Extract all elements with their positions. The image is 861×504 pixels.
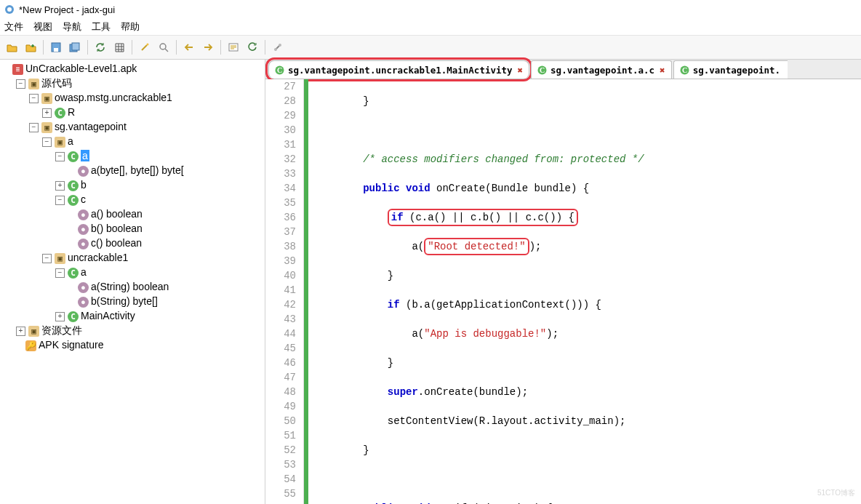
tab-a-c[interactable]: C sg.vantagepoint.a.c ✖ bbox=[531, 60, 672, 79]
code-line: if (c.a() || c.b() || c.c()) { bbox=[314, 210, 852, 225]
sync-icon[interactable] bbox=[92, 39, 109, 56]
collapse-icon[interactable]: − bbox=[55, 268, 65, 278]
class-icon: C bbox=[68, 151, 79, 162]
code-line: } bbox=[314, 94, 852, 108]
code-editor[interactable]: 2728293031323334353637383940414243444546… bbox=[265, 79, 861, 504]
class-icon: C bbox=[68, 311, 79, 322]
tree-method[interactable]: ●c() boolean bbox=[68, 236, 263, 250]
open-folder-icon[interactable] bbox=[3, 39, 20, 56]
collapse-icon[interactable]: − bbox=[29, 123, 39, 132]
close-icon[interactable]: ✖ bbox=[518, 65, 524, 76]
code-line: public void onCreate(Bundle bundle) { bbox=[314, 181, 852, 196]
tab-mainactivity[interactable]: C sg.vantagepoint.uncrackable1.MainActiv… bbox=[268, 60, 529, 79]
tree-src[interactable]: −▣源代码 −▣owasp.mstg.uncrackable1 +CR −▣sg… bbox=[16, 76, 263, 323]
close-icon[interactable]: ✖ bbox=[660, 65, 665, 76]
log-icon[interactable] bbox=[225, 39, 242, 56]
package-icon: ▣ bbox=[41, 93, 52, 104]
tree-class-a2[interactable]: −Ca ●a(String) boolean ●b(String) byte[] bbox=[55, 265, 263, 308]
collapse-icon[interactable]: − bbox=[42, 254, 52, 263]
collapse-icon[interactable]: − bbox=[29, 94, 39, 103]
separator bbox=[87, 40, 88, 55]
tree-apk-signature[interactable]: 🔑APK signature bbox=[16, 337, 263, 352]
menu-file[interactable]: 文件 bbox=[4, 20, 23, 33]
back-icon[interactable] bbox=[180, 39, 198, 56]
tree-pkg-uncrackable1[interactable]: −▣uncrackable1 −Ca ●a(String) boolean ●b… bbox=[42, 250, 263, 323]
collapse-icon[interactable]: − bbox=[55, 196, 65, 205]
menu-help[interactable]: 帮助 bbox=[121, 20, 140, 33]
collapse-icon[interactable]: − bbox=[42, 137, 52, 147]
tree-class-mainactivity[interactable]: +CMainActivity bbox=[55, 308, 263, 323]
svg-point-9 bbox=[274, 48, 277, 51]
expand-icon[interactable]: + bbox=[42, 108, 52, 118]
editor-tabs: C sg.vantagepoint.uncrackable1.MainActiv… bbox=[265, 60, 861, 79]
project-tree[interactable]: ≡UnCrackable-Level1.apk −▣源代码 −▣owasp.ms… bbox=[0, 60, 265, 504]
wand-icon[interactable] bbox=[136, 39, 153, 56]
method-icon: ● bbox=[78, 209, 89, 220]
expand-icon[interactable]: + bbox=[16, 327, 25, 336]
menu-view[interactable]: 视图 bbox=[33, 20, 52, 33]
separator bbox=[132, 40, 132, 55]
resources-icon: ▣ bbox=[28, 326, 39, 337]
tree-class-c[interactable]: −Cc ●a() boolean ●b() boolean ●c() boole… bbox=[55, 192, 263, 250]
tree-pkg-owasp[interactable]: −▣owasp.mstg.uncrackable1 +CR bbox=[29, 90, 263, 119]
tree-method[interactable]: ●a(byte[], byte[]) byte[ bbox=[68, 163, 263, 177]
settings-icon[interactable] bbox=[269, 39, 287, 56]
key-icon: 🔑 bbox=[25, 340, 36, 351]
svg-text:C: C bbox=[540, 66, 545, 74]
svg-rect-5 bbox=[72, 43, 79, 50]
code-line bbox=[314, 123, 852, 137]
tree-class-a[interactable]: −Ca ●a(byte[], byte[]) byte[ bbox=[55, 148, 263, 177]
code-line bbox=[314, 472, 852, 487]
tree-class-b[interactable]: +Cb bbox=[55, 177, 263, 192]
code-line: /* access modifiers changed from: protec… bbox=[314, 152, 852, 167]
window-title: *New Project - jadx-gui bbox=[19, 4, 115, 15]
separator bbox=[43, 40, 44, 55]
tree-root[interactable]: ≡UnCrackable-Level1.apk −▣源代码 −▣owasp.ms… bbox=[3, 61, 263, 352]
add-folder-icon[interactable] bbox=[22, 39, 39, 56]
forward-icon[interactable] bbox=[199, 39, 217, 56]
watermark: 51CTO博客 bbox=[817, 488, 855, 498]
collapse-icon[interactable]: − bbox=[16, 79, 25, 89]
refresh-icon[interactable] bbox=[244, 39, 261, 56]
svg-point-10 bbox=[279, 44, 281, 47]
save-icon[interactable] bbox=[47, 39, 65, 56]
package-icon: ▣ bbox=[55, 253, 65, 264]
svg-point-7 bbox=[160, 44, 166, 49]
class-icon: C bbox=[275, 65, 284, 75]
expand-icon[interactable]: + bbox=[55, 181, 65, 191]
separator bbox=[176, 40, 177, 55]
menu-nav[interactable]: 导航 bbox=[63, 20, 81, 33]
collapse-icon[interactable]: − bbox=[55, 152, 65, 161]
tree-method[interactable]: ●a(String) boolean bbox=[68, 279, 263, 294]
save-all-icon[interactable] bbox=[66, 39, 84, 56]
window-titlebar: *New Project - jadx-gui bbox=[0, 0, 861, 19]
class-icon: C bbox=[55, 108, 65, 119]
svg-point-6 bbox=[147, 44, 149, 46]
grid-icon[interactable] bbox=[111, 39, 128, 56]
toolbar bbox=[0, 36, 861, 60]
class-icon: C bbox=[680, 65, 689, 75]
tab-partial[interactable]: C sg.vantagepoint. bbox=[673, 60, 788, 79]
tree-pkg-a[interactable]: −▣a −Ca ●a(byte[], byte[]) byte[ +Cb −Cc bbox=[42, 134, 263, 250]
code-line: } bbox=[314, 443, 852, 457]
expand-icon[interactable]: + bbox=[55, 312, 65, 321]
method-icon: ● bbox=[78, 239, 89, 249]
search-icon[interactable] bbox=[155, 39, 172, 56]
package-icon: ▣ bbox=[28, 79, 39, 89]
tree-class-R[interactable]: +CR bbox=[42, 105, 263, 119]
tree-method[interactable]: ●a() boolean bbox=[68, 207, 263, 221]
class-icon: C bbox=[68, 268, 79, 279]
tree-resources[interactable]: +▣资源文件 bbox=[16, 323, 263, 337]
class-icon: C bbox=[68, 180, 79, 191]
jar-icon: ≡ bbox=[12, 64, 23, 75]
method-icon: ● bbox=[78, 282, 89, 293]
tree-method[interactable]: ●b(String) byte[] bbox=[68, 294, 263, 308]
menu-tools[interactable]: 工具 bbox=[92, 20, 111, 33]
code-body[interactable]: } /* access modifiers changed from: prot… bbox=[308, 79, 852, 504]
code-line: if (b.a(getApplicationContext())) { bbox=[314, 297, 852, 312]
main-panel: C sg.vantagepoint.uncrackable1.MainActiv… bbox=[265, 60, 861, 504]
code-line: super.onCreate(bundle); bbox=[314, 385, 852, 399]
tree-pkg-sg[interactable]: −▣sg.vantagepoint −▣a −Ca ●a(byte[], byt… bbox=[29, 119, 263, 323]
tree-method[interactable]: ●b() boolean bbox=[68, 221, 263, 236]
svg-point-1 bbox=[7, 7, 12, 12]
